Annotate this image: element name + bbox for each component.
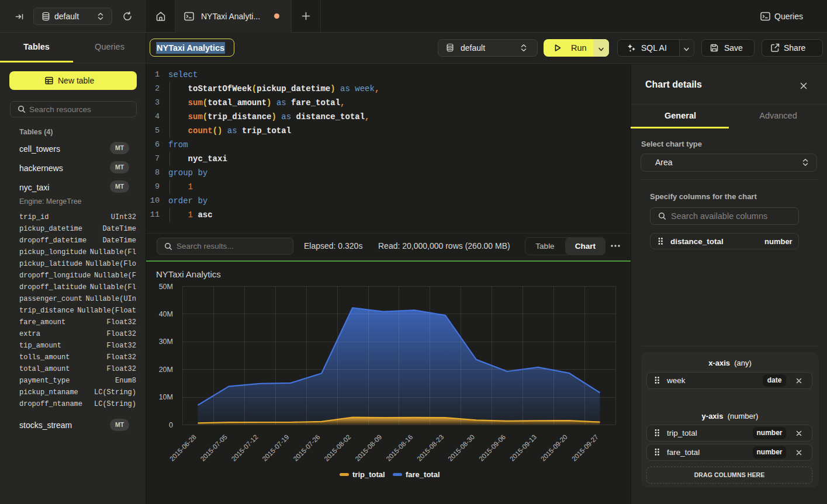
svg-text:2015-07-12: 2015-07-12 xyxy=(230,433,259,463)
svg-text:10M: 10M xyxy=(159,393,173,401)
svg-text:2015-08-16: 2015-08-16 xyxy=(385,433,414,463)
svg-text:2015-06-28: 2015-06-28 xyxy=(168,433,198,463)
svg-text:2015-08-02: 2015-08-02 xyxy=(323,433,352,463)
svg-text:2015-07-26: 2015-07-26 xyxy=(292,433,321,463)
svg-text:50M: 50M xyxy=(159,283,173,291)
svg-text:2015-07-05: 2015-07-05 xyxy=(199,433,229,463)
svg-text:2015-09-13: 2015-09-13 xyxy=(508,433,538,463)
svg-text:2015-08-23: 2015-08-23 xyxy=(416,433,445,463)
svg-text:30M: 30M xyxy=(159,338,173,346)
svg-text:2015-09-06: 2015-09-06 xyxy=(477,433,507,463)
svg-text:2015-08-30: 2015-08-30 xyxy=(447,433,476,463)
svg-text:2015-09-20: 2015-09-20 xyxy=(539,433,569,463)
svg-text:2015-08-09: 2015-08-09 xyxy=(354,433,383,463)
svg-text:20M: 20M xyxy=(159,366,173,374)
svg-text:2015-07-19: 2015-07-19 xyxy=(261,433,290,463)
svg-text:40M: 40M xyxy=(159,310,173,318)
svg-text:2015-09-27: 2015-09-27 xyxy=(570,433,600,463)
svg-text:0: 0 xyxy=(169,421,173,429)
